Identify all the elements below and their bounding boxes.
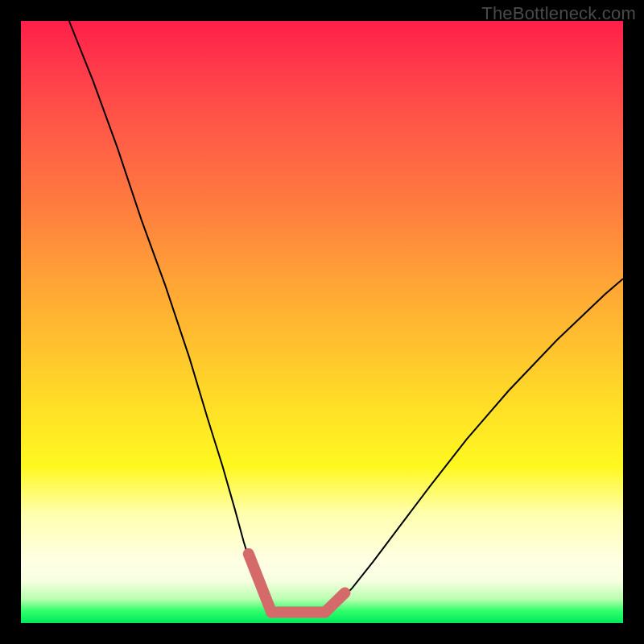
curve-right-branch bbox=[325, 279, 623, 612]
curve-left-branch bbox=[69, 21, 271, 613]
marker-left bbox=[249, 554, 271, 613]
chart-overlay bbox=[21, 21, 623, 623]
chart-frame: TheBottleneck.com bbox=[0, 0, 644, 644]
marker-right bbox=[325, 593, 345, 613]
